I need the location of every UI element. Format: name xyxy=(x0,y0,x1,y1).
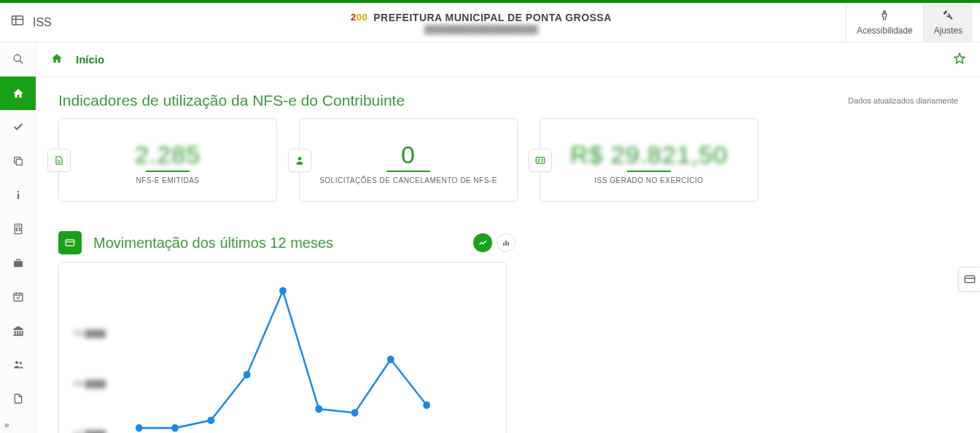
nav-briefcase[interactable] xyxy=(0,246,36,280)
chart-box: R$ ████ R$ ████ R$ ████ xyxy=(58,262,507,433)
svg-point-13 xyxy=(16,230,17,230)
svg-rect-8 xyxy=(17,194,18,199)
svg-point-4 xyxy=(14,55,20,61)
nav-home[interactable] xyxy=(0,77,36,111)
indicator-cards: 2.285 NFS-E EMITIDAS 0 SOLICITAÇÕES DE C… xyxy=(58,118,958,202)
card-value: 0 xyxy=(401,141,416,169)
svg-rect-33 xyxy=(505,241,507,246)
svg-point-14 xyxy=(19,230,20,230)
card-value: 2.285 xyxy=(135,141,201,169)
svg-point-40 xyxy=(315,405,322,413)
nav-institution[interactable] xyxy=(0,313,36,348)
logo-200: 200 xyxy=(351,12,368,23)
svg-point-11 xyxy=(16,228,17,229)
svg-marker-22 xyxy=(954,53,964,63)
right-side-tab[interactable] xyxy=(958,267,980,292)
bar-chart-button[interactable] xyxy=(497,233,516,252)
svg-line-5 xyxy=(20,61,23,63)
svg-point-39 xyxy=(279,287,287,294)
favorite-star-icon[interactable] xyxy=(954,52,965,67)
nav-calculator[interactable] xyxy=(0,212,36,246)
chart-title: Movimentação dos últimos 12 meses xyxy=(93,235,333,251)
svg-point-42 xyxy=(387,356,394,363)
chart-plot xyxy=(125,276,484,433)
home-icon[interactable] xyxy=(51,52,63,67)
app-grid-icon[interactable] xyxy=(11,14,24,31)
nav-search[interactable] xyxy=(0,42,36,77)
card-cancelamentos: 0 SOLICITAÇÕES DE CANCELAMENTO DE NFS-E xyxy=(299,118,518,202)
svg-rect-32 xyxy=(503,243,505,246)
id-card-icon xyxy=(529,149,552,172)
svg-point-25 xyxy=(298,157,302,160)
page-title: Início xyxy=(76,53,104,66)
chart-card-icon xyxy=(58,231,82,254)
card-iss-gerado: R$ 29.821,50 ISS GERADO NO EXERCÍCIO xyxy=(540,118,758,202)
svg-point-36 xyxy=(171,424,179,432)
side-nav: » xyxy=(0,42,36,433)
nav-check[interactable] xyxy=(0,110,36,144)
svg-point-7 xyxy=(17,191,18,192)
svg-rect-16 xyxy=(14,293,23,301)
svg-point-38 xyxy=(244,371,251,378)
y-tick: R$ ████ xyxy=(74,329,106,338)
nav-document[interactable] xyxy=(0,381,36,416)
update-note: Dados atualizados diariamente xyxy=(848,96,958,105)
y-tick: R$ ████ xyxy=(74,430,106,433)
card-label: ISS GERADO NO EXERCÍCIO xyxy=(594,176,703,184)
svg-point-21 xyxy=(19,362,21,364)
card-label: NFS-E EMITIDAS xyxy=(136,176,199,184)
svg-point-37 xyxy=(207,416,214,424)
svg-point-12 xyxy=(19,228,20,229)
svg-point-41 xyxy=(351,409,359,416)
user-icon xyxy=(288,149,311,172)
accessibility-button[interactable]: Acessibilidade xyxy=(846,4,923,42)
chart-type-toggle xyxy=(473,233,516,252)
card-nfse-emitidas: 2.285 NFS-E EMITIDAS xyxy=(58,118,277,202)
nav-info[interactable] xyxy=(0,178,36,212)
svg-point-35 xyxy=(136,424,143,432)
svg-rect-26 xyxy=(536,157,545,163)
indicators-title: Indicadores de utilização da NFS-e do Co… xyxy=(58,92,405,109)
nav-users[interactable] xyxy=(0,348,36,382)
svg-rect-30 xyxy=(66,240,74,246)
card-value: R$ 29.821,50 xyxy=(570,141,728,169)
app-title: ISS xyxy=(33,16,52,29)
svg-point-43 xyxy=(423,402,430,409)
svg-point-3 xyxy=(884,11,886,13)
nav-expand-icon[interactable]: » xyxy=(0,416,36,433)
svg-rect-15 xyxy=(14,261,23,267)
nav-calendar[interactable] xyxy=(0,280,36,314)
document-icon xyxy=(47,149,71,172)
svg-rect-0 xyxy=(12,16,23,25)
line-chart-button[interactable] xyxy=(473,233,492,252)
svg-point-27 xyxy=(538,159,540,160)
nav-copy[interactable] xyxy=(0,144,36,179)
top-bar: ISS 200 PREFEITURA MUNICIPAL DE PONTA GR… xyxy=(0,3,980,42)
page-header: Início xyxy=(36,42,980,77)
accessibility-icon xyxy=(879,9,890,24)
card-label: SOLICITAÇÕES DE CANCELAMENTO DE NFS-E xyxy=(319,176,497,184)
svg-rect-6 xyxy=(16,159,22,165)
svg-point-20 xyxy=(15,362,18,364)
municipality-subtitle: ████████████████████ xyxy=(424,25,538,34)
municipality-name: 200 PREFEITURA MUNICIPAL DE PONTA GROSSA xyxy=(351,12,612,23)
settings-button[interactable]: Ajustes xyxy=(923,4,973,42)
y-tick: R$ ████ xyxy=(74,380,106,388)
svg-rect-34 xyxy=(508,242,509,246)
svg-rect-44 xyxy=(965,276,974,282)
tools-icon xyxy=(942,9,954,24)
